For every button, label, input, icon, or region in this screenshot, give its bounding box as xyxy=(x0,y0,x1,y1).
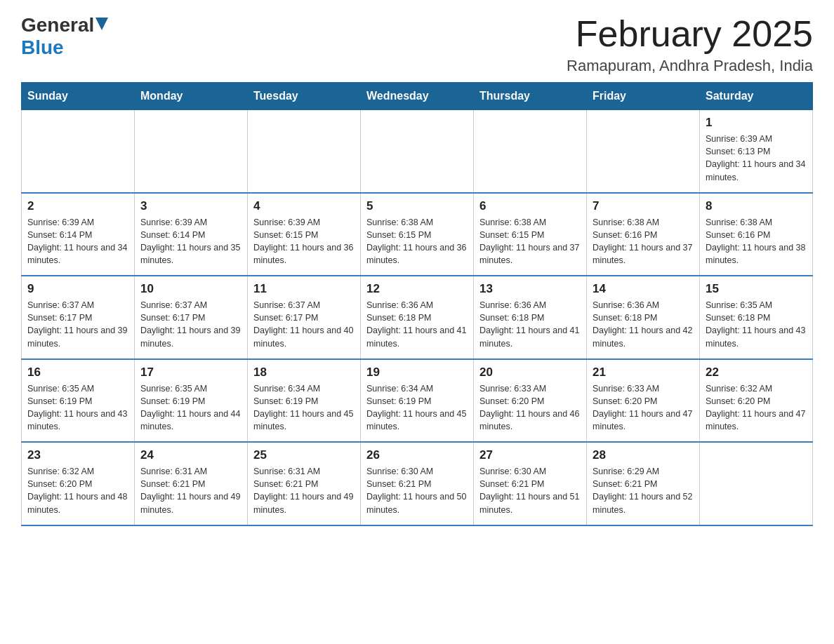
day-number: 18 xyxy=(253,365,355,380)
calendar-header: SundayMondayTuesdayWednesdayThursdayFrid… xyxy=(22,83,813,110)
day-number: 10 xyxy=(140,282,241,296)
day-info: Sunrise: 6:38 AMSunset: 6:16 PMDaylight:… xyxy=(706,216,807,267)
logo-general-text: General xyxy=(21,14,94,36)
calendar-cell: 19Sunrise: 6:34 AMSunset: 6:19 PMDayligh… xyxy=(361,359,474,443)
calendar-cell: 1Sunrise: 6:39 AMSunset: 6:13 PMDaylight… xyxy=(700,110,813,193)
day-info: Sunrise: 6:36 AMSunset: 6:18 PMDaylight:… xyxy=(593,299,694,350)
calendar-week-row: 9Sunrise: 6:37 AMSunset: 6:17 PMDaylight… xyxy=(22,276,813,359)
day-number: 11 xyxy=(253,282,355,296)
day-number: 4 xyxy=(253,199,355,213)
calendar-cell: 3Sunrise: 6:39 AMSunset: 6:14 PMDaylight… xyxy=(135,193,248,276)
day-of-week-header: Wednesday xyxy=(361,83,474,110)
day-info: Sunrise: 6:34 AMSunset: 6:19 PMDaylight:… xyxy=(253,382,355,434)
calendar-cell xyxy=(587,110,700,193)
day-info: Sunrise: 6:29 AMSunset: 6:21 PMDaylight:… xyxy=(593,465,694,516)
day-number: 22 xyxy=(706,365,807,380)
day-number: 1 xyxy=(706,116,807,130)
day-of-week-header: Tuesday xyxy=(248,83,361,110)
calendar-body: 1Sunrise: 6:39 AMSunset: 6:13 PMDaylight… xyxy=(22,110,813,525)
day-number: 23 xyxy=(27,448,128,462)
day-info: Sunrise: 6:35 AMSunset: 6:19 PMDaylight:… xyxy=(140,382,241,434)
day-number: 9 xyxy=(27,282,128,296)
day-info: Sunrise: 6:38 AMSunset: 6:15 PMDaylight:… xyxy=(479,216,581,267)
calendar-cell: 28Sunrise: 6:29 AMSunset: 6:21 PMDayligh… xyxy=(587,442,700,525)
calendar-cell: 12Sunrise: 6:36 AMSunset: 6:18 PMDayligh… xyxy=(361,276,474,359)
calendar-cell: 15Sunrise: 6:35 AMSunset: 6:18 PMDayligh… xyxy=(700,276,813,359)
calendar-cell xyxy=(700,442,813,525)
day-number: 17 xyxy=(140,365,241,380)
day-info: Sunrise: 6:30 AMSunset: 6:21 PMDaylight:… xyxy=(366,465,468,516)
calendar-cell: 22Sunrise: 6:32 AMSunset: 6:20 PMDayligh… xyxy=(700,359,813,443)
calendar-cell: 25Sunrise: 6:31 AMSunset: 6:21 PMDayligh… xyxy=(248,442,361,525)
calendar-cell: 23Sunrise: 6:32 AMSunset: 6:20 PMDayligh… xyxy=(22,442,135,525)
calendar-cell: 24Sunrise: 6:31 AMSunset: 6:21 PMDayligh… xyxy=(135,442,248,525)
logo: General xyxy=(21,14,111,36)
day-number: 26 xyxy=(366,448,468,462)
day-info: Sunrise: 6:30 AMSunset: 6:21 PMDaylight:… xyxy=(479,465,581,516)
day-number: 3 xyxy=(140,199,241,213)
day-info: Sunrise: 6:35 AMSunset: 6:19 PMDaylight:… xyxy=(27,382,128,434)
calendar-cell xyxy=(22,110,135,193)
calendar-cell: 2Sunrise: 6:39 AMSunset: 6:14 PMDaylight… xyxy=(22,193,135,276)
calendar-cell: 18Sunrise: 6:34 AMSunset: 6:19 PMDayligh… xyxy=(248,359,361,443)
calendar-cell: 6Sunrise: 6:38 AMSunset: 6:15 PMDaylight… xyxy=(474,193,587,276)
calendar-cell: 11Sunrise: 6:37 AMSunset: 6:17 PMDayligh… xyxy=(248,276,361,359)
day-number: 5 xyxy=(366,199,468,213)
day-info: Sunrise: 6:39 AMSunset: 6:15 PMDaylight:… xyxy=(253,216,355,267)
logo-line2: Blue xyxy=(21,36,64,59)
calendar-cell: 10Sunrise: 6:37 AMSunset: 6:17 PMDayligh… xyxy=(135,276,248,359)
day-info: Sunrise: 6:35 AMSunset: 6:18 PMDaylight:… xyxy=(706,299,807,350)
calendar-cell: 27Sunrise: 6:30 AMSunset: 6:21 PMDayligh… xyxy=(474,442,587,525)
calendar-cell xyxy=(248,110,361,193)
day-info: Sunrise: 6:37 AMSunset: 6:17 PMDaylight:… xyxy=(253,299,355,350)
calendar-cell xyxy=(474,110,587,193)
calendar-table: SundayMondayTuesdayWednesdayThursdayFrid… xyxy=(21,82,813,526)
day-of-week-header: Saturday xyxy=(700,83,813,110)
day-number: 7 xyxy=(593,199,694,213)
location-title: Ramapuram, Andhra Pradesh, India xyxy=(567,57,813,75)
logo-arrow-icon xyxy=(94,14,110,36)
day-number: 24 xyxy=(140,448,241,462)
day-header-row: SundayMondayTuesdayWednesdayThursdayFrid… xyxy=(22,83,813,110)
calendar-cell: 5Sunrise: 6:38 AMSunset: 6:15 PMDaylight… xyxy=(361,193,474,276)
calendar-cell: 16Sunrise: 6:35 AMSunset: 6:19 PMDayligh… xyxy=(22,359,135,443)
day-number: 27 xyxy=(479,448,581,462)
day-info: Sunrise: 6:39 AMSunset: 6:14 PMDaylight:… xyxy=(27,216,128,267)
calendar-cell xyxy=(361,110,474,193)
logo-blue-text: Blue xyxy=(21,36,64,59)
day-number: 15 xyxy=(706,282,807,296)
calendar-cell: 26Sunrise: 6:30 AMSunset: 6:21 PMDayligh… xyxy=(361,442,474,525)
day-info: Sunrise: 6:38 AMSunset: 6:16 PMDaylight:… xyxy=(593,216,694,267)
day-of-week-header: Friday xyxy=(587,83,700,110)
month-title: February 2025 xyxy=(567,14,813,54)
calendar-week-row: 1Sunrise: 6:39 AMSunset: 6:13 PMDaylight… xyxy=(22,110,813,193)
day-of-week-header: Sunday xyxy=(22,83,135,110)
day-number: 28 xyxy=(593,448,694,462)
day-number: 8 xyxy=(706,199,807,213)
calendar-cell: 9Sunrise: 6:37 AMSunset: 6:17 PMDaylight… xyxy=(22,276,135,359)
day-of-week-header: Thursday xyxy=(474,83,587,110)
calendar-cell: 17Sunrise: 6:35 AMSunset: 6:19 PMDayligh… xyxy=(135,359,248,443)
day-info: Sunrise: 6:31 AMSunset: 6:21 PMDaylight:… xyxy=(140,465,241,516)
day-number: 13 xyxy=(479,282,581,296)
day-number: 19 xyxy=(366,365,468,380)
day-info: Sunrise: 6:33 AMSunset: 6:20 PMDaylight:… xyxy=(479,382,581,434)
day-info: Sunrise: 6:36 AMSunset: 6:18 PMDaylight:… xyxy=(479,299,581,350)
day-number: 16 xyxy=(27,365,128,380)
calendar-cell: 20Sunrise: 6:33 AMSunset: 6:20 PMDayligh… xyxy=(474,359,587,443)
title-area: February 2025 Ramapuram, Andhra Pradesh,… xyxy=(567,14,813,75)
day-number: 6 xyxy=(479,199,581,213)
calendar-cell: 13Sunrise: 6:36 AMSunset: 6:18 PMDayligh… xyxy=(474,276,587,359)
day-number: 25 xyxy=(253,448,355,462)
day-number: 2 xyxy=(27,199,128,213)
day-number: 21 xyxy=(593,365,694,380)
day-info: Sunrise: 6:32 AMSunset: 6:20 PMDaylight:… xyxy=(706,382,807,434)
calendar-cell: 21Sunrise: 6:33 AMSunset: 6:20 PMDayligh… xyxy=(587,359,700,443)
calendar-week-row: 2Sunrise: 6:39 AMSunset: 6:14 PMDaylight… xyxy=(22,193,813,276)
calendar-cell: 8Sunrise: 6:38 AMSunset: 6:16 PMDaylight… xyxy=(700,193,813,276)
day-number: 14 xyxy=(593,282,694,296)
calendar-cell xyxy=(135,110,248,193)
day-of-week-header: Monday xyxy=(135,83,248,110)
day-number: 20 xyxy=(479,365,581,380)
day-info: Sunrise: 6:31 AMSunset: 6:21 PMDaylight:… xyxy=(253,465,355,516)
